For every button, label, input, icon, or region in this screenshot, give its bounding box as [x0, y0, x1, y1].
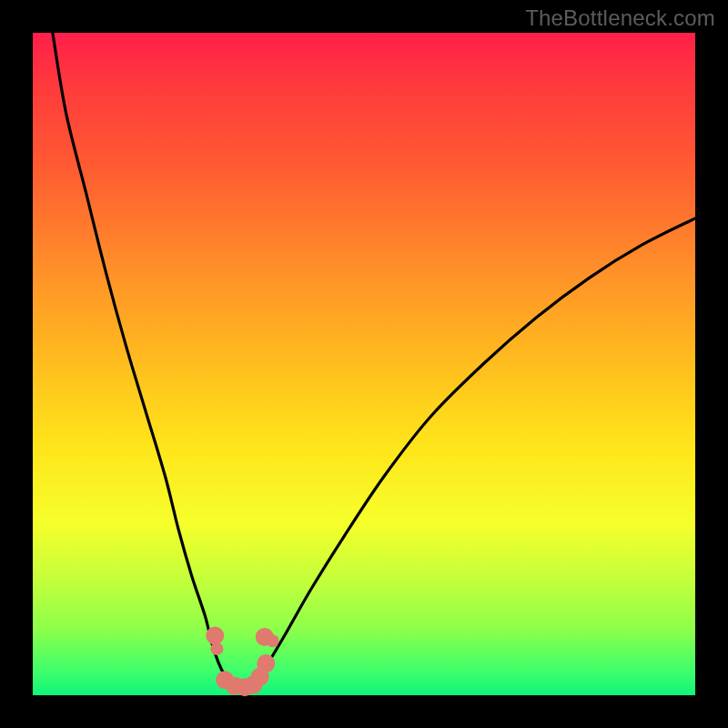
data-marker — [267, 634, 279, 647]
watermark-text: TheBottleneck.com — [525, 5, 715, 31]
chart-frame: TheBottleneck.com — [0, 0, 728, 728]
data-marker — [210, 642, 223, 655]
plot-area — [33, 33, 695, 695]
data-marker — [206, 626, 224, 644]
left-branch-curve — [53, 33, 238, 689]
curve-layer — [33, 33, 695, 695]
data-marker — [257, 654, 275, 672]
right-branch-curve — [251, 218, 695, 689]
